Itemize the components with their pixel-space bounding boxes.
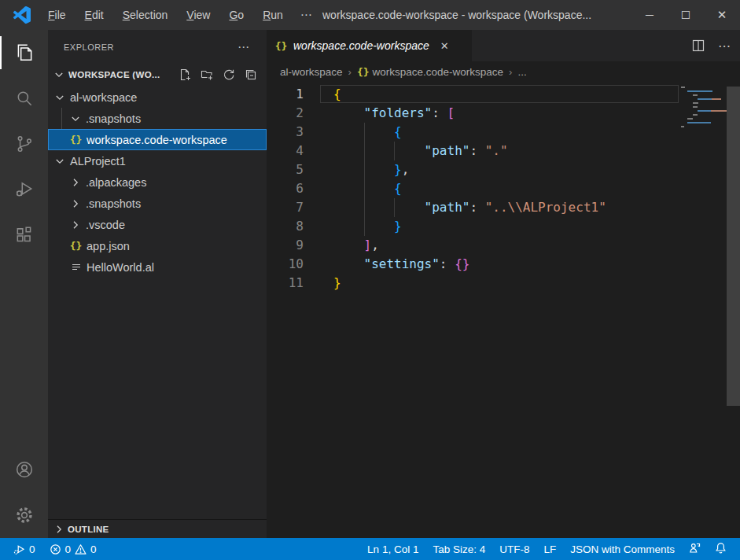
cursor-position[interactable]: Ln 1, Col 1 (360, 543, 425, 555)
tree-item-vscode[interactable]: .vscode (48, 214, 267, 235)
account-icon[interactable] (0, 447, 48, 492)
menu-file[interactable]: File (39, 0, 75, 30)
window-controls: ─ ☐ ✕ (631, 0, 740, 30)
menu-selection[interactable]: Selection (113, 0, 178, 30)
editor-group: {} workspace.code-workspace ✕ ⋯ al-works… (267, 30, 740, 538)
tree-item-label: .alpackages (86, 176, 146, 189)
minimize-button[interactable]: ─ (631, 0, 668, 30)
close-button[interactable]: ✕ (704, 0, 740, 30)
code-line: 7 "path": "..\\ALProject1" (267, 198, 740, 217)
tab-size[interactable]: Tab Size: 4 (425, 543, 492, 555)
new-file-icon[interactable] (179, 68, 191, 81)
file-icon (70, 261, 83, 274)
tree-item-label: .vscode (86, 219, 125, 231)
warning-icon (75, 543, 87, 555)
encoding[interactable]: UTF-8 (492, 543, 536, 555)
debug-status-count: 0 (29, 543, 35, 555)
code-line: 10 "settings": {} (267, 255, 740, 274)
outline-label: OUTLINE (68, 525, 109, 534)
menu-run[interactable]: Run (253, 0, 293, 30)
tree-item-snapshots[interactable]: .snapshots (48, 108, 267, 129)
vertical-scrollbar[interactable] (727, 87, 740, 406)
workspace-section-label: WORKSPACE (WO... (68, 70, 160, 79)
title-bar: File Edit Selection View Go Run ⋯ worksp… (0, 0, 740, 30)
vscode-logo-icon (13, 6, 31, 24)
tab-workspace-code-workspace[interactable]: {} workspace.code-workspace ✕ (267, 30, 472, 61)
activity-bar (0, 30, 48, 538)
breadcrumb-item[interactable]: ... (517, 66, 526, 78)
tree-item-label: workspace.code-workspace (87, 134, 227, 146)
tree-item-label: ALProject1 (70, 155, 126, 168)
code-line: 8 } (267, 217, 740, 236)
breadcrumb-separator: › (348, 66, 352, 78)
code-line: 2 "folders": [ (267, 104, 740, 123)
split-editor-icon[interactable] (691, 39, 705, 53)
code-line: 3 { (267, 123, 740, 142)
tree-item-label: .snapshots (86, 197, 141, 210)
chevron-down-icon (53, 155, 66, 168)
search-icon[interactable] (0, 76, 48, 121)
debug-status-item[interactable]: 0 (8, 543, 41, 555)
chevron-right-icon (53, 523, 65, 536)
vscode-window: File Edit Selection View Go Run ⋯ worksp… (0, 0, 740, 560)
tree-item-snapshots2[interactable]: .snapshots (48, 193, 267, 214)
maximize-button[interactable]: ☐ (668, 0, 704, 30)
code-line: 4 "path": "." (267, 142, 740, 160)
launch-gear-icon (13, 543, 25, 555)
json-file-icon: {} (69, 134, 83, 146)
json-file-icon: {} (274, 40, 288, 52)
warning-count: 0 (90, 543, 97, 555)
chevron-right-icon (69, 219, 82, 231)
feedback-icon[interactable] (682, 542, 708, 556)
notifications-bell-icon[interactable] (708, 542, 734, 556)
menu-go[interactable]: Go (219, 0, 253, 30)
collapse-all-icon[interactable] (245, 68, 257, 81)
code-line: 11 } (267, 274, 740, 293)
tree-item-helloworld-al[interactable]: HelloWorld.al (48, 256, 267, 278)
breadcrumb-item[interactable]: al-workspace (280, 66, 343, 78)
menu-edit[interactable]: Edit (75, 0, 113, 30)
menu-bar: File Edit Selection View Go Run ⋯ (39, 0, 320, 30)
refresh-icon[interactable] (223, 68, 235, 81)
code-editor[interactable]: 1 { 2 "folders": [ 3 { 4 "path": "." 5 } (267, 83, 740, 540)
explorer-sidebar: EXPLORER ⋯ WORKSPACE (WO... al-workspace… (48, 30, 267, 538)
breadcrumb-item[interactable]: workspace.code-workspace (373, 66, 504, 78)
views-more-icon[interactable]: ⋯ (237, 40, 249, 54)
outline-section-header[interactable]: OUTLINE (48, 519, 267, 538)
tree-item-alpackages[interactable]: .alpackages (48, 171, 267, 193)
menu-view[interactable]: View (177, 0, 219, 30)
breadcrumb: al-workspace › {} workspace.code-workspa… (267, 61, 740, 83)
tree-item-app-json[interactable]: {} app.json (48, 235, 267, 256)
extensions-icon[interactable] (0, 212, 48, 258)
menu-more-icon[interactable]: ⋯ (293, 0, 320, 30)
tree-item-alproject1[interactable]: ALProject1 (48, 150, 267, 171)
tab-bar: {} workspace.code-workspace ✕ ⋯ (267, 30, 740, 61)
language-mode[interactable]: JSON with Comments (563, 543, 682, 555)
breadcrumb-separator: › (509, 66, 512, 78)
error-icon (50, 543, 61, 555)
workspace-section-header[interactable]: WORKSPACE (WO... (48, 63, 267, 87)
tree-item-workspace-code-workspace[interactable]: {} workspace.code-workspace (48, 129, 267, 150)
tree-item-label: app.json (87, 240, 130, 252)
settings-gear-icon[interactable] (0, 492, 48, 538)
tree-item-label: al-workspace (70, 91, 137, 104)
new-folder-icon[interactable] (201, 68, 213, 81)
tab-close-icon[interactable]: ✕ (440, 40, 449, 52)
explorer-icon[interactable] (0, 30, 48, 76)
window-title: workspace.code-workspace - workspace (Wo… (322, 0, 591, 30)
chevron-down-icon (53, 91, 66, 104)
chevron-down-icon (53, 68, 65, 81)
editor-more-actions-icon[interactable]: ⋯ (718, 39, 731, 53)
activity-bar-spacer (0, 258, 48, 447)
chevron-down-icon (69, 112, 82, 125)
eol-type[interactable]: LF (536, 543, 563, 555)
problems-item[interactable]: 0 0 (44, 543, 102, 555)
tab-label: workspace.code-workspace (293, 39, 429, 52)
tree-item-al-workspace[interactable]: al-workspace (48, 87, 267, 108)
tree-item-label: HelloWorld.al (87, 261, 154, 274)
run-and-debug-icon[interactable] (0, 167, 48, 212)
error-count: 0 (65, 543, 72, 555)
explorer-title: EXPLORER (64, 42, 114, 52)
minimap[interactable] (681, 87, 727, 130)
source-control-icon[interactable] (0, 121, 48, 167)
